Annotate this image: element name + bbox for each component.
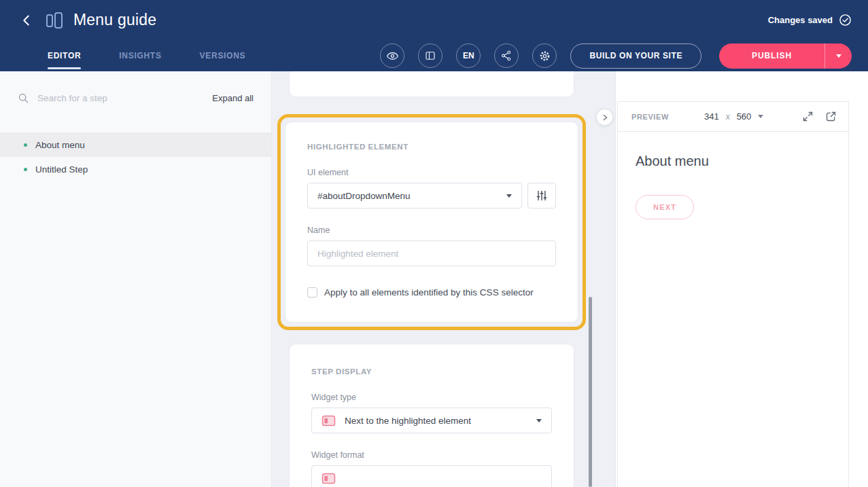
step-label: About menu <box>35 140 85 150</box>
widget-format-icon <box>322 473 336 484</box>
collapse-preview-button[interactable] <box>596 109 613 126</box>
chevron-left-icon <box>19 13 34 28</box>
header-title-row: Menu guide Changes saved <box>0 0 868 40</box>
eye-icon <box>386 50 399 62</box>
apply-all-checkbox-row[interactable]: Apply to all elements identified by this… <box>307 287 556 297</box>
chevron-down-icon <box>758 115 763 118</box>
ui-element-value: #aboutDropdownMenu <box>317 191 411 201</box>
back-button[interactable] <box>16 10 37 31</box>
previous-card-partial <box>289 71 574 97</box>
highlight-ring: HIGHLIGHTED ELEMENT UI element #aboutDro… <box>277 114 586 330</box>
language-button[interactable]: EN <box>456 43 481 68</box>
chevron-right-icon <box>600 113 610 122</box>
step-search-input[interactable] <box>37 93 204 103</box>
step-display-card: STEP DISPLAY Widget type Next to the hig… <box>289 344 574 487</box>
page-title: Menu guide <box>73 11 156 29</box>
tab-versions-label: VERSIONS <box>200 51 246 60</box>
preview-content: About menu NEXT <box>618 132 848 241</box>
preview-frame: PREVIEW 341 x 560 <box>617 101 849 487</box>
step-label: Untitled Step <box>35 164 88 175</box>
preview-header-actions <box>801 109 838 124</box>
app-header: Menu guide Changes saved EDITOR INSIGHTS… <box>0 0 868 71</box>
widget-type-select[interactable]: Next to the highlighted element <box>311 408 552 433</box>
publish-button[interactable]: PUBLISH <box>719 43 824 69</box>
preview-step-title: About menu <box>636 154 831 169</box>
expand-all-button[interactable]: Expand all <box>212 93 254 103</box>
element-picker-button[interactable] <box>527 183 556 209</box>
diagonal-arrows-icon <box>802 111 814 122</box>
sliders-icon <box>536 190 548 202</box>
chevron-down-icon <box>836 54 841 58</box>
publish-dropdown-button[interactable] <box>824 43 852 69</box>
check-circle-icon <box>839 14 852 26</box>
preview-panel: PREVIEW 341 x 560 <box>615 71 868 487</box>
preview-size-separator: x <box>726 112 730 122</box>
preview-height: 560 <box>737 111 752 122</box>
steps-sidebar: Expand all About menu Untitled Step <box>0 71 272 487</box>
settings-button[interactable] <box>532 43 557 68</box>
step-status-dot <box>24 143 27 147</box>
tab-editor-label: EDITOR <box>48 51 81 60</box>
preview-size-select[interactable]: 341 x 560 <box>704 111 763 122</box>
tab-versions[interactable]: VERSIONS <box>200 40 246 71</box>
widget-type-icon <box>322 415 336 427</box>
editor-pane: HIGHLIGHTED ELEMENT UI element #aboutDro… <box>272 71 615 487</box>
gear-icon <box>538 50 551 62</box>
ui-element-label: UI element <box>307 168 556 177</box>
share-icon <box>500 50 513 62</box>
step-list: About menu Untitled Step <box>0 132 271 181</box>
name-label: Name <box>307 226 556 235</box>
changes-saved-label: Changes saved <box>768 15 833 25</box>
language-label: EN <box>463 51 474 60</box>
publish-button-group: PUBLISH <box>719 43 852 69</box>
preview-next-button[interactable]: NEXT <box>636 195 694 219</box>
step-item-about-menu[interactable]: About menu <box>0 132 271 157</box>
editor-tabs: EDITOR INSIGHTS VERSIONS <box>48 40 245 71</box>
window-layout-icon <box>424 50 436 62</box>
editor-column: HIGHLIGHTED ELEMENT UI element #aboutDro… <box>289 71 574 487</box>
section-title-highlighted-element: HIGHLIGHTED ELEMENT <box>307 143 556 151</box>
external-link-icon <box>825 111 837 122</box>
widget-type-label: Widget type <box>311 393 552 402</box>
share-button[interactable] <box>494 43 519 68</box>
preview-eye-button[interactable] <box>380 43 404 68</box>
search-icon <box>18 92 29 104</box>
main-body: Expand all About menu Untitled Step <box>0 71 868 487</box>
step-status-dot <box>24 168 27 171</box>
widget-type-value: Next to the highlighted element <box>345 416 471 426</box>
header-tabs-row: EDITOR INSIGHTS VERSIONS EN BUILD ON Y <box>0 40 868 71</box>
editor-scrollbar[interactable] <box>589 297 592 487</box>
build-on-your-site-button[interactable]: BUILD ON YOUR SITE <box>570 43 701 69</box>
expand-preview-button[interactable] <box>801 109 815 124</box>
step-search-row: Expand all <box>0 71 271 105</box>
section-title-step-display: STEP DISPLAY <box>311 367 552 376</box>
ui-element-row: #aboutDropdownMenu <box>307 183 556 209</box>
header-actions: EN BUILD ON YOUR SITE PUBLISH <box>380 40 852 71</box>
tab-insights-label: INSIGHTS <box>119 51 161 60</box>
tab-editor[interactable]: EDITOR <box>48 40 81 71</box>
widget-format-select[interactable] <box>311 465 552 487</box>
highlighted-element-card: HIGHLIGHTED ELEMENT UI element #aboutDro… <box>285 122 578 323</box>
apply-all-label: Apply to all elements identified by this… <box>324 287 534 297</box>
step-item-untitled-step[interactable]: Untitled Step <box>0 157 271 181</box>
ui-element-select[interactable]: #aboutDropdownMenu <box>307 183 522 209</box>
layout-button[interactable] <box>418 43 442 68</box>
preview-title: PREVIEW <box>631 113 669 121</box>
tab-insights[interactable]: INSIGHTS <box>119 40 161 71</box>
chevron-down-icon <box>536 419 542 422</box>
widget-format-label: Widget format <box>311 450 552 460</box>
preview-header: PREVIEW 341 x 560 <box>618 102 848 132</box>
element-name-input[interactable] <box>307 240 556 266</box>
open-external-button[interactable] <box>824 109 838 124</box>
preview-width: 341 <box>704 111 719 122</box>
apply-all-checkbox[interactable] <box>307 287 317 297</box>
changes-saved-status: Changes saved <box>768 14 852 26</box>
app-window: Menu guide Changes saved EDITOR INSIGHTS… <box>0 0 868 487</box>
app-logo-icon <box>45 11 64 30</box>
chevron-down-icon <box>506 194 512 198</box>
